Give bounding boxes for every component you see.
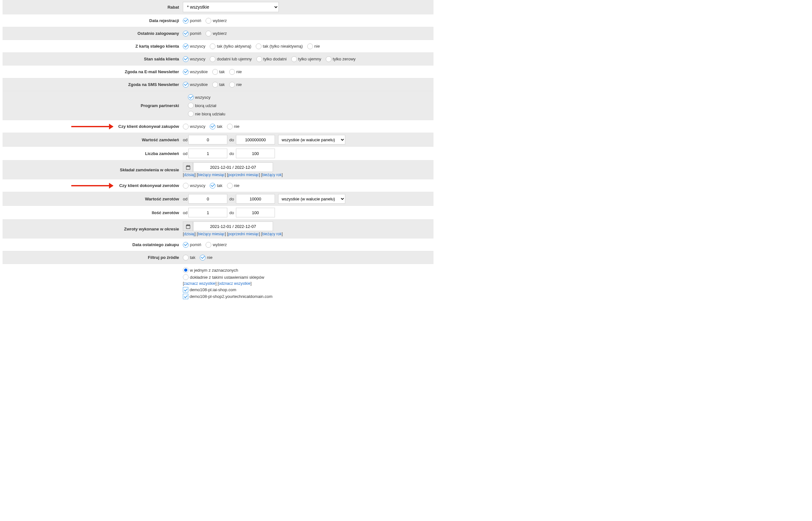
wartosc-zamowien-do-input[interactable] bbox=[236, 135, 275, 144]
row-dokonywal-zwrotow: Czy klient dokonywał zwrotów wszyscy tak… bbox=[3, 179, 433, 192]
label-liczba-zamowien: Liczba zamówień bbox=[3, 147, 182, 160]
date-link-poprzedni-miesiac[interactable]: poprzedni miesiąc bbox=[228, 173, 259, 177]
radio-zakup-wybierz[interactable]: wybierz bbox=[206, 242, 227, 248]
radio-saldo-tylko-ujemny[interactable]: tylko ujemny bbox=[291, 56, 321, 62]
do-label: do bbox=[229, 137, 234, 142]
ilosc-zwrotow-do-input[interactable] bbox=[236, 208, 275, 217]
radio-email-nie[interactable]: nie bbox=[229, 69, 242, 75]
radio-karta-nie[interactable]: nie bbox=[307, 43, 320, 49]
label-data-rejestracji: Data rejestracji bbox=[3, 15, 182, 27]
date-link-dzisiaj[interactable]: dzisiaj bbox=[184, 232, 194, 236]
row-ostatnio-zalogowany: Ostatnio zalogowany pomiń wybierz bbox=[3, 27, 433, 40]
row-data-ostatniego-zakupu: Data ostatniego zakupu pomiń wybierz bbox=[3, 239, 433, 251]
row-zwroty-wykonane: Zwroty wykonane w okresie [dzisiaj] [bie… bbox=[3, 220, 433, 239]
do-label: do bbox=[229, 210, 234, 215]
radio-partner-nie-biora[interactable]: nie biorą udziału bbox=[188, 111, 225, 117]
od-label: od bbox=[183, 151, 187, 156]
label-dokonywal-zwrotow: Czy klient dokonywał zwrotów bbox=[3, 179, 182, 192]
row-shops: w jednym z zaznaczonych dokładnie z taki… bbox=[3, 264, 433, 301]
date-link-poprzedni-miesiac[interactable]: poprzedni miesiąc bbox=[228, 232, 259, 236]
date-links-zamowienia: [dzisiaj] [bieżący miesiąc] [poprzedni m… bbox=[183, 173, 283, 177]
checkbox-shop-1[interactable]: demo108-pl.iai-shop.com bbox=[183, 287, 272, 292]
radio-karta-tak-nieaktywna[interactable]: tak (tylko nieaktywną) bbox=[256, 43, 303, 49]
radio-partner-wszyscy[interactable]: wszyscy bbox=[188, 94, 210, 100]
ilosc-zwrotow-od-input[interactable] bbox=[188, 208, 227, 217]
label-rabat: Rabat bbox=[3, 0, 182, 14]
wartosc-zwrotow-do-input[interactable] bbox=[236, 194, 275, 204]
row-program-partnerski: Program partnerski wszyscy biorą udział … bbox=[3, 91, 433, 120]
row-ilosc-zwrotow: Ilość zwrotów od do bbox=[3, 206, 433, 220]
radio-zakup-pomin[interactable]: pomiń bbox=[183, 242, 201, 248]
row-karta-stalego: Z kartą stałego klienta wszyscy tak (tyl… bbox=[3, 40, 433, 53]
date-link-dzisiaj[interactable]: dzisiaj bbox=[184, 173, 194, 177]
label-program-partnerski: Program partnerski bbox=[3, 91, 182, 120]
row-stan-salda: Stan salda klienta wszyscy dodatni lub u… bbox=[3, 53, 433, 66]
radio-zakupy-wszyscy[interactable]: wszyscy bbox=[183, 124, 205, 130]
od-label: od bbox=[183, 210, 187, 215]
currency-select-zwrotow[interactable]: wszystkie (w walucie panelu) bbox=[278, 194, 345, 204]
checkbox-shop-2[interactable]: demo108-pl-shop2.yourtechnicaldomain.com bbox=[183, 294, 272, 299]
wartosc-zwrotow-od-input[interactable] bbox=[188, 194, 227, 204]
rabat-select[interactable]: * wszystkie bbox=[183, 2, 279, 12]
arrow-icon bbox=[71, 185, 113, 186]
date-link-biezacy-miesiac[interactable]: bieżący miesiąc bbox=[198, 173, 225, 177]
radio-sms-nie[interactable]: nie bbox=[229, 82, 242, 88]
radio-w-jednym[interactable]: w jednym z zaznaczonych bbox=[183, 267, 268, 273]
date-range-zamowienia-input[interactable] bbox=[193, 162, 273, 172]
label-ostatnio-zalogowany: Ostatnio zalogowany bbox=[3, 27, 182, 40]
liczba-zamowien-od-input[interactable] bbox=[188, 149, 227, 158]
link-odznacz-wszystkie[interactable]: odznacz wszystkie bbox=[219, 281, 250, 286]
date-link-biezacy-rok[interactable]: bieżący rok bbox=[262, 232, 281, 236]
calendar-icon[interactable] bbox=[183, 162, 193, 172]
radio-sms-tak[interactable]: tak bbox=[212, 82, 225, 88]
radio-saldo-tylko-zerowy[interactable]: tylko zerowy bbox=[326, 56, 356, 62]
radio-karta-tak-aktywna[interactable]: tak (tylko aktywną) bbox=[210, 43, 251, 49]
radio-zrodlo-nie[interactable]: nie bbox=[200, 255, 212, 260]
row-liczba-zamowien: Liczba zamówień od do bbox=[3, 147, 433, 160]
liczba-zamowien-do-input[interactable] bbox=[236, 149, 275, 158]
radio-zalogowany-pomin[interactable]: pomiń bbox=[183, 31, 201, 37]
label-stan-salda: Stan salda klienta bbox=[3, 53, 182, 65]
radio-dokladnie[interactable]: dokładnie z takimi ustawieniami sklepów bbox=[183, 274, 268, 280]
date-links-zwroty: [dzisiaj] [bieżący miesiąc] [poprzedni m… bbox=[183, 232, 283, 236]
label-filtruj-po-zrodle: Filtruj po źródle bbox=[3, 251, 182, 264]
radio-rejestracja-pomin[interactable]: pomiń bbox=[183, 18, 201, 24]
radio-email-tak[interactable]: tak bbox=[212, 69, 225, 75]
radio-zwroty-tak[interactable]: tak bbox=[210, 183, 222, 188]
radio-zwroty-nie[interactable]: nie bbox=[227, 183, 240, 188]
od-label: od bbox=[183, 197, 187, 201]
link-zaznacz-wszystkie[interactable]: zaznacz wszystkie bbox=[184, 281, 216, 286]
od-label: od bbox=[183, 137, 187, 142]
label-zwroty-wykonane: Zwroty wykonane w okresie bbox=[3, 220, 182, 238]
row-zgoda-sms: Zgoda na SMS Newsletter wszystkie tak ni… bbox=[3, 78, 433, 91]
radio-saldo-dodatni-ujemny[interactable]: dodatni lub ujemny bbox=[210, 56, 252, 62]
date-link-biezacy-miesiac[interactable]: bieżący miesiąc bbox=[198, 232, 225, 236]
label-zgoda-email: Zgoda na E-mail Newsletter bbox=[3, 66, 182, 78]
radio-partner-biora[interactable]: biorą udział bbox=[188, 103, 217, 108]
label-zgoda-sms: Zgoda na SMS Newsletter bbox=[3, 78, 182, 91]
radio-rejestracja-wybierz[interactable]: wybierz bbox=[206, 18, 227, 24]
label-shops-empty bbox=[3, 264, 182, 301]
row-dokonywal-zakupow: Czy klient dokonywał zakupów wszyscy tak… bbox=[3, 120, 433, 133]
radio-saldo-wszyscy[interactable]: wszyscy bbox=[183, 56, 205, 62]
label-data-ostatniego-zakupu: Data ostatniego zakupu bbox=[3, 239, 182, 251]
radio-email-wszystkie[interactable]: wszystkie bbox=[183, 69, 208, 75]
label-skladal-zamowienia: Składał zamówienia w okresie bbox=[3, 160, 182, 179]
radio-zrodlo-tak[interactable]: tak bbox=[183, 255, 195, 260]
radio-zalogowany-wybierz[interactable]: wybierz bbox=[206, 31, 227, 37]
radio-zakupy-tak[interactable]: tak bbox=[210, 124, 222, 130]
radio-zwroty-wszyscy[interactable]: wszyscy bbox=[183, 183, 205, 188]
date-range-zwroty-input[interactable] bbox=[193, 222, 273, 231]
label-dokonywal-zakupow: Czy klient dokonywał zakupów bbox=[3, 120, 182, 133]
radio-sms-wszystkie[interactable]: wszystkie bbox=[183, 82, 208, 88]
radio-karta-wszyscy[interactable]: wszyscy bbox=[183, 43, 205, 49]
radio-zakupy-nie[interactable]: nie bbox=[227, 124, 240, 130]
currency-select-zamowien[interactable]: wszystkie (w walucie panelu) bbox=[278, 135, 345, 144]
row-rabat: Rabat * wszystkie bbox=[3, 0, 433, 15]
radio-saldo-tylko-dodatni[interactable]: tylko dodatni bbox=[256, 56, 287, 62]
label-wartosc-zwrotow: Wartość zwrotów bbox=[3, 192, 182, 205]
calendar-icon[interactable] bbox=[183, 222, 193, 231]
row-data-rejestracji: Data rejestracji pomiń wybierz bbox=[3, 15, 433, 27]
date-link-biezacy-rok[interactable]: bieżący rok bbox=[262, 173, 281, 177]
wartosc-zamowien-od-input[interactable] bbox=[188, 135, 227, 144]
